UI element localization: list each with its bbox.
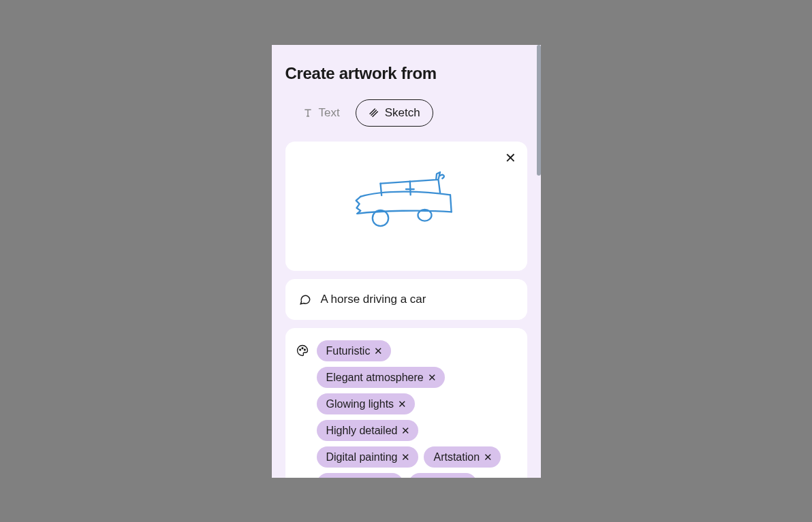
close-icon[interactable]: ✕ xyxy=(428,372,437,382)
prompt-card[interactable]: A horse driving a car xyxy=(285,279,527,320)
style-tag[interactable]: Digital painting✕ xyxy=(317,446,419,468)
style-tag-label: Artstation xyxy=(433,451,480,463)
close-icon[interactable]: ✕ xyxy=(374,346,383,356)
tab-sketch-label: Sketch xyxy=(385,106,420,120)
style-tag[interactable]: Highly detailed✕ xyxy=(317,420,419,441)
sketch-icon xyxy=(369,108,379,118)
style-tag-label: Futuristic xyxy=(326,344,371,357)
create-artwork-panel: Create artwork from Text xyxy=(272,45,541,478)
svg-point-2 xyxy=(299,348,300,350)
sketch-canvas-card[interactable]: ✕ xyxy=(285,142,527,271)
svg-point-0 xyxy=(373,210,388,225)
sketch-drawing xyxy=(345,165,467,233)
tab-text-label: Text xyxy=(319,106,340,120)
style-tags-card: Futuristic✕Elegant atmosphere✕Glowing li… xyxy=(285,328,527,478)
close-icon[interactable]: ✕ xyxy=(398,399,407,409)
tabs: Text Sketch xyxy=(285,99,527,127)
text-icon xyxy=(302,108,313,118)
style-tag[interactable]: Futuristic✕ xyxy=(317,340,392,361)
page-title: Create artwork from xyxy=(285,64,527,83)
close-icon[interactable]: ✕ xyxy=(401,425,410,436)
style-tag-label: Glowing lights xyxy=(326,397,394,410)
close-icon[interactable]: ✕ xyxy=(505,151,516,165)
style-tag-label: Highly detailed xyxy=(326,424,398,437)
tab-text[interactable]: Text xyxy=(290,99,353,127)
tags-list: Futuristic✕Elegant atmosphere✕Glowing li… xyxy=(317,340,516,478)
prompt-text: A horse driving a car xyxy=(321,293,426,306)
style-tag[interactable]: Artstation✕ xyxy=(424,446,501,468)
svg-point-4 xyxy=(304,348,305,350)
style-tag[interactable]: Elegant atmosphere✕ xyxy=(317,367,445,388)
style-tag[interactable]: Smooth✕ xyxy=(409,473,477,477)
style-tag[interactable]: Concept art✕ xyxy=(317,473,404,477)
close-icon[interactable]: ✕ xyxy=(401,452,410,462)
svg-point-3 xyxy=(302,347,303,348)
style-tag-label: Digital painting xyxy=(326,451,398,463)
speech-icon xyxy=(299,293,311,306)
tab-sketch[interactable]: Sketch xyxy=(356,99,433,127)
style-tag[interactable]: Glowing lights✕ xyxy=(317,393,416,414)
close-icon[interactable]: ✕ xyxy=(484,452,493,462)
palette-icon xyxy=(296,344,309,478)
scrollbar[interactable] xyxy=(537,45,541,176)
style-tag-label: Elegant atmosphere xyxy=(326,371,424,384)
